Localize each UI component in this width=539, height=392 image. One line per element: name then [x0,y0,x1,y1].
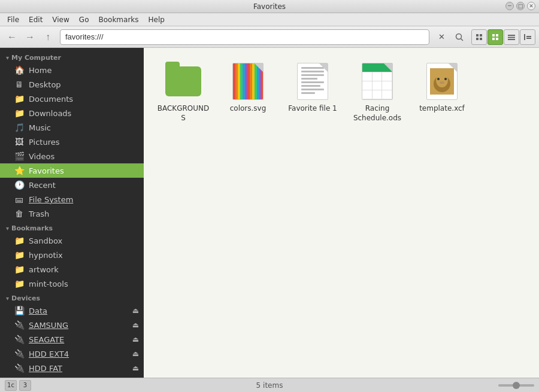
svg-rect-4 [476,38,479,40]
view-btn-3[interactable] [504,29,519,45]
main-area: My Computer 🏠 Home 🖥 Desktop 📁 Documents… [0,48,539,378]
file-item-racing-schedule[interactable]: Racing Schedule.ods [347,57,407,127]
svg-point-19 [437,78,440,80]
window-controls: ─ □ ✕ [505,2,535,10]
filesystem-icon: 🖴 [14,195,24,204]
menu-bookmarks[interactable]: Bookmarks [93,14,143,25]
racing-schedule-icon [358,62,396,101]
samsung-icon: 🔌 [14,320,24,330]
sidebar-item-seagate[interactable]: 🔌 SEAGATE ⏏ [0,332,144,347]
home-icon: 🏠 [14,65,24,75]
sidebar-item-recent[interactable]: 🕐 Recent [0,178,144,192]
sidebar-item-artwork[interactable]: 📁 artwork [0,262,144,276]
file-area: BACKGROUNDS colors.svg [144,48,539,378]
forward-button[interactable]: → [22,29,38,45]
file-grid: BACKGROUNDS colors.svg [153,57,529,127]
colors-svg-icon [229,62,267,101]
eject-hdd-fat-button[interactable]: ⏏ [132,364,139,372]
documents-icon: 📁 [14,94,24,104]
sidebar-item-home[interactable]: 🏠 Home [0,63,144,77]
minimize-button[interactable]: ─ [505,2,514,10]
sidebar-item-hypnotix[interactable]: 📁 hypnotix [0,248,144,262]
file-item-favorite-1[interactable]: Favorite file 1 [283,57,343,127]
sidebar-label-hdd-ext4: HDD EXT4 [29,350,69,358]
sidebar-item-samsung[interactable]: 🔌 SAMSUNG ⏏ [0,318,144,332]
colors-svg-label: colors.svg [230,104,267,114]
svg-rect-6 [492,34,495,37]
favorites-icon: ⭐ [14,166,24,175]
view-btn-2[interactable] [487,29,503,45]
sidebar-item-pictures[interactable]: 🖼 Pictures [0,135,144,149]
sidebar-item-hdd-ext4[interactable]: 🔌 HDD EXT4 ⏏ [0,347,144,361]
search-icon [455,33,464,41]
menu-file[interactable]: File [2,14,24,25]
hypnotix-icon: 📁 [14,250,24,260]
view-btn-1[interactable] [471,29,487,45]
sidebar-section-devices[interactable]: Devices [0,291,144,303]
sidebar-label-data: Data [29,306,47,315]
file-item-backgrounds[interactable]: BACKGROUNDS [153,57,213,127]
sidebar-item-documents[interactable]: 📁 Documents [0,92,144,106]
sidebar-section-my-computer[interactable]: My Computer [0,50,144,63]
xcf-animal-svg [430,68,454,95]
sidebar-label-videos: Videos [29,152,54,161]
status-icon-3[interactable]: 3 [19,380,31,391]
desktop-icon: 🖥 [14,80,24,89]
sidebar-label-hdd-fat: HDD FAT [29,364,62,373]
sidebar-item-videos[interactable]: 🎬 Videos [0,149,144,163]
sidebar-item-music[interactable]: 🎵 Music [0,120,144,135]
svg-rect-15 [526,38,531,39]
zoom-slider[interactable] [498,384,534,387]
sidebar-item-trash[interactable]: 🗑 Trash [0,206,144,221]
pictures-icon: 🖼 [14,137,24,147]
menu-view[interactable]: View [47,14,74,25]
sidebar-item-desktop[interactable]: 🖥 Desktop [0,77,144,92]
svg-rect-3 [480,34,482,37]
sandbox-icon: 📁 [14,236,24,245]
menu-edit[interactable]: Edit [24,14,47,25]
eject-seagate-button[interactable]: ⏏ [132,335,139,344]
svg-rect-10 [508,35,515,36]
sidebar-item-sandbox[interactable]: 📁 Sandbox [0,233,144,248]
sidebar-item-downloads[interactable]: 📁 Downloads [0,106,144,120]
svg-line-1 [461,38,464,41]
sidebar-item-mint-tools[interactable]: 📁 mint-tools [0,276,144,291]
eject-data-button[interactable]: ⏏ [132,306,139,315]
toolbar: ← → ↑ ✕ [0,26,539,48]
file-item-template-xcf[interactable]: template.xcf [412,57,472,127]
sidebar-label-artwork: artwork [29,265,59,274]
close-button[interactable]: ✕ [527,2,535,10]
up-button[interactable]: ↑ [40,29,56,45]
recent-icon: 🕐 [14,180,24,190]
back-button[interactable]: ← [4,29,20,45]
sidebar-label-favorites: Favorites [29,166,64,175]
sidebar-item-favorites[interactable]: ⭐ Favorites [0,163,144,178]
menu-go[interactable]: Go [74,14,94,25]
artwork-icon: 📁 [14,265,24,274]
sidebar-label-music: Music [29,123,51,132]
svg-point-21 [440,81,444,84]
status-icon-1c[interactable]: 1c [5,380,17,391]
svg-rect-2 [476,34,479,37]
address-bar[interactable] [60,29,429,45]
view-btn-4[interactable] [520,29,535,45]
music-icon: 🎵 [14,123,24,132]
clear-address-button[interactable]: ✕ [433,29,450,45]
sidebar-label-samsung: SAMSUNG [29,321,68,330]
sidebar-item-hdd-fat[interactable]: 🔌 HDD FAT ⏏ [0,361,144,375]
sidebar-label-seagate: SEAGATE [29,335,64,344]
mint-tools-icon: 📁 [14,279,24,288]
sidebar-label-home: Home [29,66,52,75]
view-icon-1 [476,34,483,41]
sidebar-item-filesystem[interactable]: 🖴 File System [0,192,144,206]
maximize-button[interactable]: □ [516,2,525,10]
backgrounds-folder-icon [164,62,202,101]
eject-hdd-ext4-button[interactable]: ⏏ [132,350,139,358]
search-button[interactable] [451,29,468,45]
sidebar-section-bookmarks[interactable]: Bookmarks [0,221,144,233]
svg-rect-14 [526,36,531,37]
file-item-colors-svg[interactable]: colors.svg [218,57,278,127]
eject-samsung-button[interactable]: ⏏ [132,321,139,329]
sidebar-item-data[interactable]: 💾 Data ⏏ [0,303,144,318]
menu-help[interactable]: Help [144,14,169,25]
